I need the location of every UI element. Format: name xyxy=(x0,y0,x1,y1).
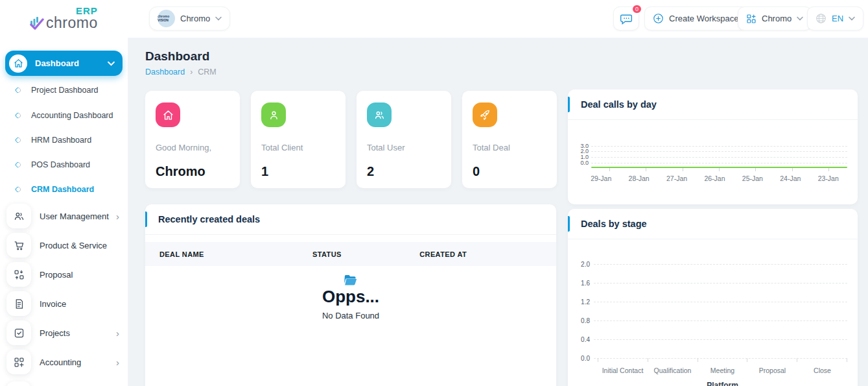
chevron-right-icon: › xyxy=(116,211,119,222)
sidebar-item-label: Projects xyxy=(40,328,116,338)
users-icon xyxy=(6,204,31,228)
x-axis-title: Platform xyxy=(598,381,847,386)
stat-card-total-deal: Total Deal 0 xyxy=(462,91,557,188)
chevron-down-icon xyxy=(215,16,222,21)
sidebar-item-projects[interactable]: Projects › xyxy=(6,320,122,345)
users-icon xyxy=(367,103,392,127)
breadcrumb: Dashboard › CRM xyxy=(145,67,217,77)
breadcrumb-link-dashboard[interactable]: Dashboard xyxy=(145,67,185,77)
card-title: Recently created deals xyxy=(158,214,260,224)
x-tick: 24-Jan xyxy=(771,175,809,182)
language-selector[interactable]: EN xyxy=(807,6,863,30)
brand-name: chromo xyxy=(46,14,98,32)
sidebar-subitem-crm-dashboard[interactable]: CRM Dashboard xyxy=(16,185,94,194)
line-chart: 3.0 2.0 1.0 0.0 29-Jan 28-Jan 27-Jan 26-… xyxy=(574,143,847,182)
accent-bar xyxy=(568,97,570,112)
sidebar-item-product-service[interactable]: Product & Service xyxy=(6,233,122,258)
x-tick: 27-Jan xyxy=(658,175,696,182)
sidebar-subitem-pos-dashboard[interactable]: POS Dashboard xyxy=(16,160,90,169)
table-header-row: DEAL NAME STATUS CREATED AT xyxy=(145,242,556,266)
x-tick: 23-Jan xyxy=(810,175,847,182)
y-tick: 1.6 xyxy=(576,280,594,287)
sidebar-item-user-management[interactable]: User Management › xyxy=(6,204,122,228)
stat-label: Total Client xyxy=(261,143,335,152)
stat-value: 1 xyxy=(261,164,335,179)
create-workspace-label: Create Workspace xyxy=(669,14,738,23)
workspace-switcher[interactable]: chromo VISION Chromo xyxy=(149,6,230,30)
swap-grid-icon xyxy=(6,262,31,287)
workspace-grid-icon xyxy=(746,14,757,24)
stat-card-total-user: Total User 2 xyxy=(357,91,451,188)
messages-button[interactable]: 0 xyxy=(613,6,639,30)
x-axis-ticks xyxy=(598,358,847,363)
y-tick: 1.2 xyxy=(576,299,594,306)
sidebar-subitem-label: Accounting Dashboard xyxy=(31,111,113,120)
y-tick: 2.0 xyxy=(576,261,594,268)
workspace-name: Chromo xyxy=(180,14,210,23)
sidebar-subitem-project-dashboard[interactable]: Project Dashboard xyxy=(16,86,99,95)
column-header-status: STATUS xyxy=(312,250,419,258)
home-icon xyxy=(156,103,180,127)
home-icon xyxy=(9,54,27,73)
circle-plus-icon xyxy=(653,13,664,24)
language-label: EN xyxy=(832,14,843,23)
sidebar-item-proposal[interactable]: Proposal xyxy=(6,262,122,287)
card-header: Recently created deals xyxy=(145,204,556,235)
x-tick: 28-Jan xyxy=(620,175,657,182)
sidebar-item-accounting[interactable]: Accounting › xyxy=(6,350,122,374)
brand-suffix: ERP xyxy=(76,5,98,16)
sidebar: Dashboard Project Dashboard Accounting D… xyxy=(0,38,128,386)
brand-check-icon xyxy=(29,14,45,30)
workspace-avatar: chromo VISION xyxy=(158,10,175,27)
sidebar-subitem-hrm-dashboard[interactable]: HRM Dashboard xyxy=(16,136,91,145)
bullet-icon xyxy=(14,86,21,93)
bullet-icon xyxy=(14,161,21,168)
sidebar-subitem-accounting-dashboard[interactable]: Accounting Dashboard xyxy=(16,111,113,120)
category-label: Close xyxy=(797,367,847,374)
category-label: Initial Contact xyxy=(598,367,648,374)
sidebar-item-label: Product & Service xyxy=(40,241,119,250)
grid-plus-icon xyxy=(6,350,31,374)
stat-value: Chromo xyxy=(156,164,229,179)
sidebar-subitem-label: CRM Dashboard xyxy=(31,185,94,194)
stat-label: Total Deal xyxy=(473,143,546,152)
page-title: Dashboard xyxy=(145,49,209,64)
sidebar-subitem-label: Project Dashboard xyxy=(31,86,99,95)
sidebar-item-partial[interactable] xyxy=(6,381,122,386)
bullet-icon xyxy=(14,186,21,193)
column-header-deal-name: DEAL NAME xyxy=(159,250,312,258)
chevron-right-icon: › xyxy=(116,357,119,368)
category-label: Qualification xyxy=(648,367,698,374)
bullet-icon xyxy=(14,112,21,119)
column-header-created-at: CREATED AT xyxy=(419,250,542,258)
chat-badge: 0 xyxy=(631,4,642,14)
workspace-dropdown[interactable]: Chromo xyxy=(738,6,812,30)
rocket-icon xyxy=(473,103,497,127)
chevron-down-icon xyxy=(108,61,115,66)
category-label: Meeting xyxy=(698,367,747,374)
card-title: Deal calls by day xyxy=(581,99,657,110)
create-workspace-button[interactable]: Create Workspace xyxy=(644,6,747,30)
sidebar-subitem-label: POS Dashboard xyxy=(31,160,90,169)
empty-heading: Opps... xyxy=(145,287,556,307)
y-tick: 0.0 xyxy=(574,160,591,166)
workspace-dropdown-label: Chromo xyxy=(762,14,792,23)
bullet-icon xyxy=(14,136,21,143)
sidebar-item-label: Proposal xyxy=(40,270,119,280)
sidebar-item-label: Dashboard xyxy=(35,58,108,68)
app-logo[interactable]: chromo ERP xyxy=(29,6,113,34)
sidebar-item-invoice[interactable]: Invoice xyxy=(6,291,122,316)
x-tick: 25-Jan xyxy=(734,175,771,182)
category-label: Proposal xyxy=(747,367,797,374)
check-square-icon xyxy=(6,320,31,345)
bar-chart: 2.0 1.6 1.2 0.8 0.4 0.0 Initial Contact … xyxy=(576,264,847,386)
stat-label: Good Morning, xyxy=(156,143,229,152)
hidden-icon xyxy=(6,381,31,386)
sidebar-item-dashboard[interactable]: Dashboard xyxy=(5,51,123,76)
accent-bar xyxy=(145,211,147,227)
empty-message: No Data Found xyxy=(145,311,556,320)
top-header: chromo ERP chromo VISION Chromo 0 Create… xyxy=(0,0,868,38)
y-tick: 0.4 xyxy=(576,337,594,343)
sidebar-item-label: User Management xyxy=(40,211,116,221)
user-icon xyxy=(261,103,286,127)
